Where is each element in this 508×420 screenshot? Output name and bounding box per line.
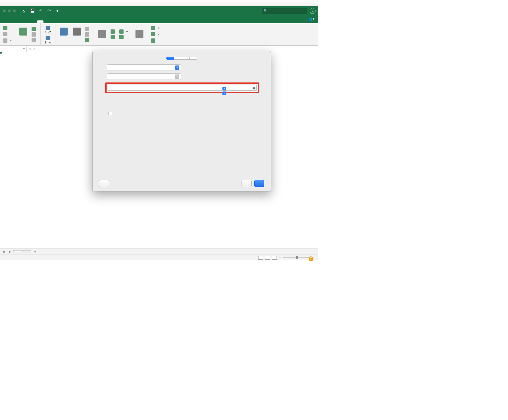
in-cell-dropdown-checkbox[interactable]: ✓	[222, 91, 228, 95]
group-button[interactable]: ▾	[151, 25, 160, 31]
sheet-tab-2[interactable]	[22, 250, 31, 252]
ignore-blank-checkbox[interactable]: ✓	[222, 87, 228, 90]
status-bar: − +	[0, 255, 318, 260]
ribbon: ▾ A→Z Z→A	[0, 23, 318, 46]
tab-layout[interactable]	[24, 20, 31, 23]
tab-review[interactable]	[43, 20, 50, 23]
new-query-button[interactable]: ▾	[3, 38, 12, 43]
save-icon[interactable]: 💾	[30, 8, 34, 13]
view-layout-icon[interactable]	[265, 256, 270, 260]
advanced-button[interactable]	[85, 37, 91, 42]
tab-view[interactable]	[50, 20, 56, 23]
flash-fill-button[interactable]	[110, 29, 117, 34]
undo-icon[interactable]: ↶	[38, 8, 43, 13]
name-box[interactable]: ▼	[0, 46, 27, 52]
source-input[interactable]: ▦	[108, 85, 257, 91]
feedback-icon[interactable]: ☺	[310, 8, 316, 14]
share-button[interactable]: 👥+	[309, 17, 314, 21]
mac-menubar	[0, 0, 318, 6]
from-text-button[interactable]	[3, 32, 12, 37]
tab-insert[interactable]	[12, 20, 18, 23]
chevron-updown-icon: ⇅	[175, 65, 179, 70]
zoom-in-icon[interactable]: +	[312, 256, 313, 260]
ungroup-button[interactable]: ▾	[151, 32, 160, 37]
consolidate-button[interactable]	[119, 34, 128, 40]
data-validation-dialog: ⇅ ⇅ ▦ ✓ ✓	[92, 51, 271, 191]
range-picker-icon[interactable]: ▦	[252, 86, 256, 90]
from-html-button[interactable]	[3, 25, 12, 31]
tab-home[interactable]	[5, 20, 12, 23]
reapply-button[interactable]	[85, 32, 91, 37]
search-icon: 🔍	[264, 9, 268, 13]
dialog-tabs	[93, 57, 271, 60]
filter-button[interactable]	[71, 27, 82, 37]
window-titlebar: ⌂ 💾 ↶ ↷ ▾ 🔍 ☺	[0, 6, 318, 16]
add-sheet-icon[interactable]: ＋	[31, 249, 39, 254]
clear-all-button[interactable]	[99, 180, 109, 187]
connections-button[interactable]	[31, 27, 38, 32]
sheet-tab-bar: ◀ ▶ ＋	[0, 248, 318, 255]
tab-data[interactable]	[37, 20, 43, 23]
source-highlight: ▦	[105, 82, 259, 93]
tab-draw[interactable]	[18, 20, 24, 23]
refresh-all-button[interactable]	[18, 27, 29, 37]
dialog-tab-input[interactable]	[174, 57, 182, 60]
whatif-button[interactable]	[134, 29, 145, 40]
properties-button[interactable]	[31, 32, 38, 37]
cancel-button[interactable]	[242, 180, 252, 187]
zoom-out-icon[interactable]: −	[279, 256, 281, 260]
sheet-nav-next-icon[interactable]: ▶	[7, 250, 13, 253]
edit-links-button[interactable]	[31, 37, 38, 42]
sheet-nav-prev-icon[interactable]: ◀	[0, 250, 7, 253]
sort-desc-button[interactable]: Z→A	[43, 35, 52, 45]
chevron-updown-icon: ⇅	[175, 75, 179, 79]
ribbon-tabs: 👥+	[0, 16, 318, 23]
text-to-columns-button[interactable]	[97, 29, 108, 40]
clear-button[interactable]	[85, 27, 91, 32]
dialog-tab-settings[interactable]	[166, 57, 174, 60]
confirm-edit-icon[interactable]: ✓	[33, 47, 36, 51]
ok-button[interactable]	[254, 180, 264, 187]
sheet-tab-1[interactable]	[13, 250, 22, 252]
apply-all-checkbox	[108, 112, 262, 115]
data-validation-button[interactable]: ▾	[119, 29, 128, 34]
remove-duplicates-button[interactable]	[110, 34, 117, 40]
cancel-edit-icon[interactable]: ✕	[29, 47, 31, 51]
window-controls[interactable]	[3, 9, 16, 12]
view-break-icon[interactable]	[272, 256, 277, 260]
dialog-tab-ime[interactable]	[190, 57, 197, 60]
redo-icon[interactable]: ↷	[47, 8, 51, 13]
sheet-search[interactable]: 🔍	[262, 8, 307, 14]
qa-dropdown-icon[interactable]: ▾	[55, 8, 60, 13]
home-icon[interactable]: ⌂	[21, 8, 26, 13]
subtotal-button[interactable]	[151, 38, 160, 43]
sort-button[interactable]	[58, 27, 69, 37]
sort-asc-button[interactable]: A→Z	[43, 25, 52, 35]
tab-formula[interactable]	[31, 20, 37, 23]
dialog-tab-error[interactable]	[182, 57, 190, 60]
dialog-title	[93, 51, 271, 55]
allow-select[interactable]: ⇅	[107, 64, 181, 71]
view-normal-icon[interactable]	[258, 256, 263, 260]
data-select: ⇅	[107, 73, 181, 80]
zoom-slider[interactable]	[283, 257, 309, 258]
